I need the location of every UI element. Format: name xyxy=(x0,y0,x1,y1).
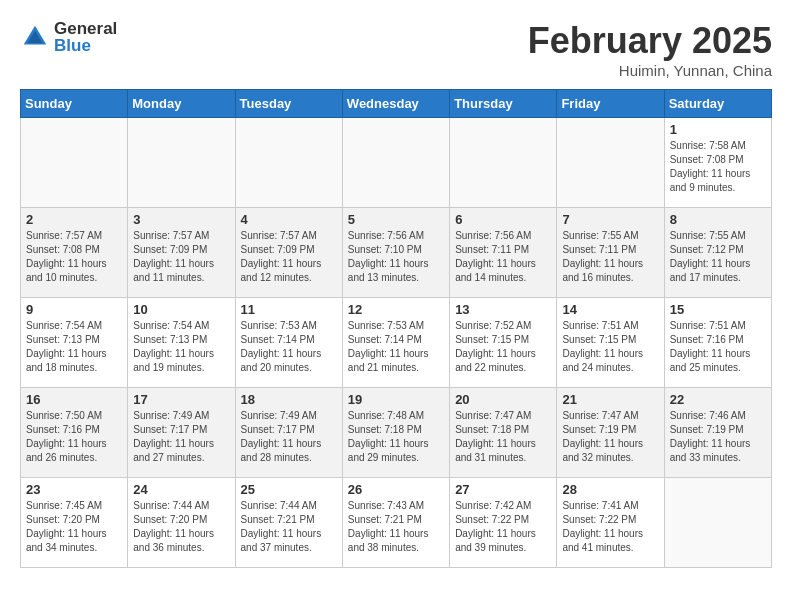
day-number: 6 xyxy=(455,212,551,227)
calendar-cell: 10Sunrise: 7:54 AM Sunset: 7:13 PM Dayli… xyxy=(128,298,235,388)
calendar-cell xyxy=(21,118,128,208)
calendar-cell xyxy=(342,118,449,208)
day-number: 28 xyxy=(562,482,658,497)
day-info: Sunrise: 7:44 AM Sunset: 7:21 PM Dayligh… xyxy=(241,499,337,555)
day-number: 8 xyxy=(670,212,766,227)
calendar-table: SundayMondayTuesdayWednesdayThursdayFrid… xyxy=(20,89,772,568)
day-info: Sunrise: 7:55 AM Sunset: 7:12 PM Dayligh… xyxy=(670,229,766,285)
day-number: 10 xyxy=(133,302,229,317)
calendar-cell: 6Sunrise: 7:56 AM Sunset: 7:11 PM Daylig… xyxy=(450,208,557,298)
day-number: 5 xyxy=(348,212,444,227)
calendar-cell: 17Sunrise: 7:49 AM Sunset: 7:17 PM Dayli… xyxy=(128,388,235,478)
day-info: Sunrise: 7:43 AM Sunset: 7:21 PM Dayligh… xyxy=(348,499,444,555)
calendar-week-row: 9Sunrise: 7:54 AM Sunset: 7:13 PM Daylig… xyxy=(21,298,772,388)
day-info: Sunrise: 7:55 AM Sunset: 7:11 PM Dayligh… xyxy=(562,229,658,285)
day-number: 25 xyxy=(241,482,337,497)
day-number: 4 xyxy=(241,212,337,227)
calendar-cell: 7Sunrise: 7:55 AM Sunset: 7:11 PM Daylig… xyxy=(557,208,664,298)
weekday-header-tuesday: Tuesday xyxy=(235,90,342,118)
calendar-cell: 20Sunrise: 7:47 AM Sunset: 7:18 PM Dayli… xyxy=(450,388,557,478)
calendar-cell: 12Sunrise: 7:53 AM Sunset: 7:14 PM Dayli… xyxy=(342,298,449,388)
calendar-cell: 2Sunrise: 7:57 AM Sunset: 7:08 PM Daylig… xyxy=(21,208,128,298)
month-title: February 2025 xyxy=(528,20,772,62)
calendar-cell: 4Sunrise: 7:57 AM Sunset: 7:09 PM Daylig… xyxy=(235,208,342,298)
logo: General Blue xyxy=(20,20,117,54)
day-number: 15 xyxy=(670,302,766,317)
logo-text: General Blue xyxy=(54,20,117,54)
weekday-header-saturday: Saturday xyxy=(664,90,771,118)
calendar-cell: 14Sunrise: 7:51 AM Sunset: 7:15 PM Dayli… xyxy=(557,298,664,388)
day-info: Sunrise: 7:50 AM Sunset: 7:16 PM Dayligh… xyxy=(26,409,122,465)
location: Huimin, Yunnan, China xyxy=(528,62,772,79)
day-number: 12 xyxy=(348,302,444,317)
day-info: Sunrise: 7:57 AM Sunset: 7:09 PM Dayligh… xyxy=(133,229,229,285)
day-number: 14 xyxy=(562,302,658,317)
weekday-header-sunday: Sunday xyxy=(21,90,128,118)
day-info: Sunrise: 7:52 AM Sunset: 7:15 PM Dayligh… xyxy=(455,319,551,375)
calendar-cell: 26Sunrise: 7:43 AM Sunset: 7:21 PM Dayli… xyxy=(342,478,449,568)
day-number: 1 xyxy=(670,122,766,137)
day-info: Sunrise: 7:53 AM Sunset: 7:14 PM Dayligh… xyxy=(348,319,444,375)
day-number: 21 xyxy=(562,392,658,407)
day-info: Sunrise: 7:41 AM Sunset: 7:22 PM Dayligh… xyxy=(562,499,658,555)
day-info: Sunrise: 7:48 AM Sunset: 7:18 PM Dayligh… xyxy=(348,409,444,465)
day-info: Sunrise: 7:57 AM Sunset: 7:09 PM Dayligh… xyxy=(241,229,337,285)
calendar-cell: 5Sunrise: 7:56 AM Sunset: 7:10 PM Daylig… xyxy=(342,208,449,298)
calendar-week-row: 1Sunrise: 7:58 AM Sunset: 7:08 PM Daylig… xyxy=(21,118,772,208)
page-header: General Blue February 2025 Huimin, Yunna… xyxy=(20,20,772,79)
logo-general-text: General xyxy=(54,20,117,37)
day-number: 23 xyxy=(26,482,122,497)
day-number: 24 xyxy=(133,482,229,497)
day-info: Sunrise: 7:54 AM Sunset: 7:13 PM Dayligh… xyxy=(26,319,122,375)
calendar-cell: 16Sunrise: 7:50 AM Sunset: 7:16 PM Dayli… xyxy=(21,388,128,478)
weekday-header-wednesday: Wednesday xyxy=(342,90,449,118)
weekday-header-row: SundayMondayTuesdayWednesdayThursdayFrid… xyxy=(21,90,772,118)
calendar-cell: 1Sunrise: 7:58 AM Sunset: 7:08 PM Daylig… xyxy=(664,118,771,208)
calendar-cell: 18Sunrise: 7:49 AM Sunset: 7:17 PM Dayli… xyxy=(235,388,342,478)
calendar-week-row: 23Sunrise: 7:45 AM Sunset: 7:20 PM Dayli… xyxy=(21,478,772,568)
calendar-cell xyxy=(664,478,771,568)
day-info: Sunrise: 7:42 AM Sunset: 7:22 PM Dayligh… xyxy=(455,499,551,555)
day-info: Sunrise: 7:51 AM Sunset: 7:16 PM Dayligh… xyxy=(670,319,766,375)
calendar-cell: 25Sunrise: 7:44 AM Sunset: 7:21 PM Dayli… xyxy=(235,478,342,568)
calendar-cell: 24Sunrise: 7:44 AM Sunset: 7:20 PM Dayli… xyxy=(128,478,235,568)
logo-icon xyxy=(20,22,50,52)
day-info: Sunrise: 7:58 AM Sunset: 7:08 PM Dayligh… xyxy=(670,139,766,195)
calendar-cell: 23Sunrise: 7:45 AM Sunset: 7:20 PM Dayli… xyxy=(21,478,128,568)
calendar-cell: 11Sunrise: 7:53 AM Sunset: 7:14 PM Dayli… xyxy=(235,298,342,388)
day-number: 27 xyxy=(455,482,551,497)
calendar-cell: 27Sunrise: 7:42 AM Sunset: 7:22 PM Dayli… xyxy=(450,478,557,568)
day-info: Sunrise: 7:47 AM Sunset: 7:19 PM Dayligh… xyxy=(562,409,658,465)
day-info: Sunrise: 7:53 AM Sunset: 7:14 PM Dayligh… xyxy=(241,319,337,375)
calendar-cell: 3Sunrise: 7:57 AM Sunset: 7:09 PM Daylig… xyxy=(128,208,235,298)
day-number: 11 xyxy=(241,302,337,317)
weekday-header-thursday: Thursday xyxy=(450,90,557,118)
day-info: Sunrise: 7:47 AM Sunset: 7:18 PM Dayligh… xyxy=(455,409,551,465)
day-info: Sunrise: 7:45 AM Sunset: 7:20 PM Dayligh… xyxy=(26,499,122,555)
calendar-week-row: 2Sunrise: 7:57 AM Sunset: 7:08 PM Daylig… xyxy=(21,208,772,298)
day-info: Sunrise: 7:56 AM Sunset: 7:10 PM Dayligh… xyxy=(348,229,444,285)
calendar-cell xyxy=(450,118,557,208)
calendar-cell: 13Sunrise: 7:52 AM Sunset: 7:15 PM Dayli… xyxy=(450,298,557,388)
calendar-cell: 21Sunrise: 7:47 AM Sunset: 7:19 PM Dayli… xyxy=(557,388,664,478)
day-number: 22 xyxy=(670,392,766,407)
calendar-cell xyxy=(235,118,342,208)
calendar-week-row: 16Sunrise: 7:50 AM Sunset: 7:16 PM Dayli… xyxy=(21,388,772,478)
day-info: Sunrise: 7:49 AM Sunset: 7:17 PM Dayligh… xyxy=(241,409,337,465)
calendar-cell: 19Sunrise: 7:48 AM Sunset: 7:18 PM Dayli… xyxy=(342,388,449,478)
calendar-cell: 22Sunrise: 7:46 AM Sunset: 7:19 PM Dayli… xyxy=(664,388,771,478)
day-number: 7 xyxy=(562,212,658,227)
day-number: 26 xyxy=(348,482,444,497)
day-number: 18 xyxy=(241,392,337,407)
weekday-header-monday: Monday xyxy=(128,90,235,118)
day-number: 16 xyxy=(26,392,122,407)
calendar-cell: 8Sunrise: 7:55 AM Sunset: 7:12 PM Daylig… xyxy=(664,208,771,298)
day-info: Sunrise: 7:54 AM Sunset: 7:13 PM Dayligh… xyxy=(133,319,229,375)
title-block: February 2025 Huimin, Yunnan, China xyxy=(528,20,772,79)
day-number: 2 xyxy=(26,212,122,227)
day-number: 13 xyxy=(455,302,551,317)
calendar-cell: 15Sunrise: 7:51 AM Sunset: 7:16 PM Dayli… xyxy=(664,298,771,388)
day-number: 19 xyxy=(348,392,444,407)
weekday-header-friday: Friday xyxy=(557,90,664,118)
day-info: Sunrise: 7:51 AM Sunset: 7:15 PM Dayligh… xyxy=(562,319,658,375)
